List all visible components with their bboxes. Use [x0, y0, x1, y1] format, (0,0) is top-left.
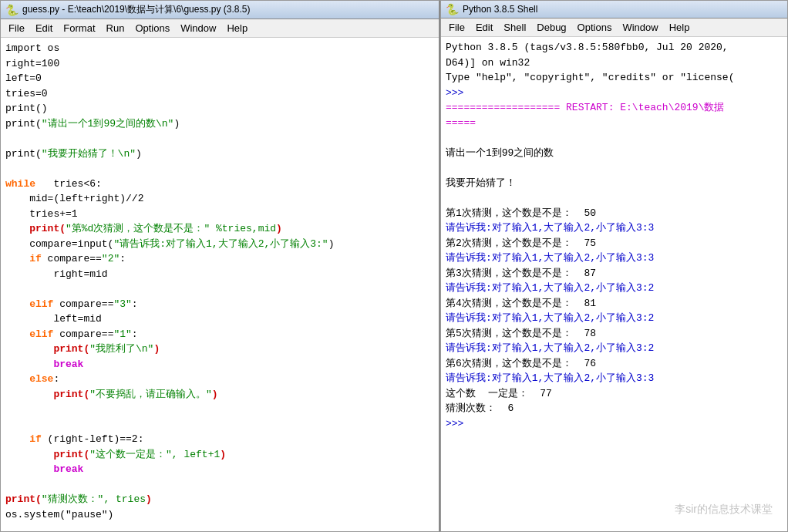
shell-line-12: 第1次猜测，这个数是不是： 50	[446, 206, 783, 221]
shell-line-25: 猜测次数： 6	[446, 401, 783, 416]
code-line-30	[5, 477, 434, 493]
shell-line-13: 请告诉我:对了输入1,大了输入2,小了输入3:3	[446, 221, 783, 236]
shell-line-19: 请告诉我:对了输入1,大了输入2,小了输入3:2	[446, 311, 783, 326]
code-line-26	[5, 417, 434, 433]
right-title-text: Python 3.8.5 Shell	[463, 4, 537, 15]
code-area[interactable]: import os right=100 left=0 tries=0 print…	[1, 38, 439, 531]
code-line-4: tries=0	[5, 86, 434, 102]
code-line-8: print("我要开始猜了！\n")	[5, 146, 434, 162]
shell-line-9	[446, 160, 783, 176]
code-line-3: left=0	[5, 71, 434, 86]
shell-line-24: 这个数 一定是： 77	[446, 386, 783, 402]
left-menu-window[interactable]: Window	[176, 21, 221, 35]
shell-line-14: 第2次猜测，这个数是不是： 75	[446, 236, 783, 251]
right-menu-edit[interactable]: Edit	[471, 20, 497, 35]
shell-line-1: Python 3.8.5 (tags/v3.8.5:580fbb0, Jul 2…	[446, 40, 783, 56]
right-menu-help[interactable]: Help	[665, 20, 695, 35]
code-line-29: break	[5, 462, 434, 477]
shell-line-23: 请告诉我:对了输入1,大了输入2,小了输入3:3	[446, 371, 783, 386]
code-line-11: mid=(left+right)//2	[5, 191, 434, 207]
shell-line-26: >>>	[446, 416, 783, 432]
code-line-23: else:	[5, 372, 434, 387]
code-line-17	[5, 281, 434, 297]
shell-line-4: >>>	[446, 86, 783, 101]
code-line-13: print("第%d次猜测，这个数是不是：" %tries,mid)	[5, 221, 434, 237]
code-line-22: break	[5, 357, 434, 372]
code-line-7	[5, 131, 434, 146]
right-menu-bar: File Edit Shell Debug Options Window Hel…	[441, 19, 787, 37]
shell-line-3: Type "help", "copyright", "credits" or "…	[446, 70, 783, 86]
code-line-2: right=100	[5, 56, 434, 72]
left-title-icon: 🐍	[5, 4, 19, 16]
code-line-24: print("不要捣乱，请正确输入。")	[5, 387, 434, 402]
code-line-9	[5, 161, 434, 177]
left-menu-bar: File Edit Format Run Options Window Help	[1, 19, 439, 38]
code-line-5: print()	[5, 101, 434, 116]
code-line-10: while tries<6:	[5, 177, 434, 192]
code-line-6: print("请出一个1到99之间的数\n")	[5, 116, 434, 132]
code-line-28: print("这个数一定是：", left+1)	[5, 447, 434, 463]
left-title-text: guess.py - E:\teach\2019\数据与计算\6\guess.p…	[22, 3, 250, 16]
left-menu-options[interactable]: Options	[130, 21, 174, 35]
left-menu-edit[interactable]: Edit	[31, 21, 57, 35]
code-line-18: elif compare=="3":	[5, 297, 434, 312]
shell-line-21: 请告诉我:对了输入1,大了输入2,小了输入3:2	[446, 341, 783, 356]
code-line-27: if (right-left)==2:	[5, 432, 434, 447]
right-title-bar: 🐍 Python 3.8.5 Shell	[441, 1, 787, 19]
shell-line-10: 我要开始猜了！	[446, 176, 783, 191]
shell-line-11	[446, 190, 783, 206]
right-menu-shell[interactable]: Shell	[499, 20, 530, 35]
left-menu-run[interactable]: Run	[102, 21, 130, 35]
code-line-12: tries+=1	[5, 207, 434, 222]
shell-line-18: 第4次猜测，这个数是不是： 81	[446, 296, 783, 311]
shell-line-7	[446, 130, 783, 146]
shell-window-wrapper: 🐍 Python 3.8.5 Shell File Edit Shell Deb…	[440, 0, 788, 532]
shell-line-8: 请出一个1到99之间的数	[446, 146, 783, 161]
left-title-bar: 🐍 guess.py - E:\teach\2019\数据与计算\6\guess…	[1, 1, 439, 19]
shell-line-2: D64)] on win32	[446, 56, 783, 71]
code-line-16: right=mid	[5, 267, 434, 282]
shell-window: 🐍 Python 3.8.5 Shell File Edit Shell Deb…	[440, 0, 788, 532]
left-menu-file[interactable]: File	[4, 21, 29, 35]
code-line-32: os.system("pause")	[5, 507, 434, 523]
shell-line-5: =================== RESTART: E:\teach\20…	[446, 100, 783, 116]
right-menu-window[interactable]: Window	[618, 20, 662, 35]
shell-line-17: 请告诉我:对了输入1,大了输入2,小了输入3:2	[446, 281, 783, 296]
shell-line-15: 请告诉我:对了输入1,大了输入2,小了输入3:3	[446, 251, 783, 266]
code-line-14: compare=input("请告诉我:对了输入1,大了输入2,小了输入3:")	[5, 237, 434, 252]
code-line-20: elif compare=="1":	[5, 327, 434, 342]
right-menu-file[interactable]: File	[444, 20, 470, 35]
code-line-21: print("我胜利了\n")	[5, 342, 434, 357]
left-menu-help[interactable]: Help	[222, 21, 252, 35]
code-line-15: if compare=="2":	[5, 251, 434, 267]
shell-line-20: 第5次猜测，这个数是不是： 78	[446, 326, 783, 342]
left-menu-format[interactable]: Format	[59, 21, 99, 35]
code-line-1: import os	[5, 41, 434, 56]
shell-line-22: 第6次猜测，这个数是不是： 76	[446, 356, 783, 372]
right-menu-options[interactable]: Options	[573, 20, 617, 35]
main-container: 🐍 guess.py - E:\teach\2019\数据与计算\6\guess…	[0, 0, 788, 532]
right-menu-debug[interactable]: Debug	[532, 20, 571, 35]
right-title-icon: 🐍	[446, 3, 459, 15]
shell-line-6: =====	[446, 116, 783, 131]
code-line-25	[5, 402, 434, 417]
code-line-19: left=mid	[5, 311, 434, 327]
code-line-31: print("猜测次数：", tries)	[5, 492, 434, 507]
shell-line-16: 第3次猜测，这个数是不是： 87	[446, 266, 783, 281]
code-editor-window: 🐍 guess.py - E:\teach\2019\数据与计算\6\guess…	[0, 0, 440, 532]
shell-area[interactable]: Python 3.8.5 (tags/v3.8.5:580fbb0, Jul 2…	[441, 37, 787, 531]
watermark: 李sir的信息技术课堂	[675, 503, 773, 517]
